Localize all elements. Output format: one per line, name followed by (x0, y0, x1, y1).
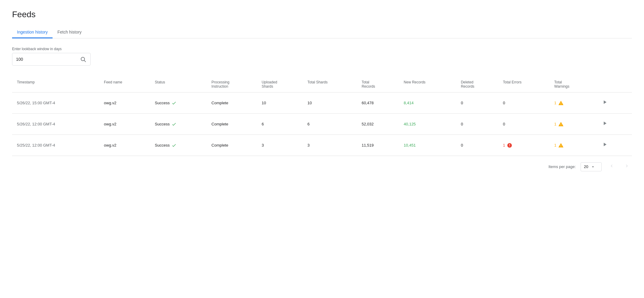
warning-count: 1 (554, 143, 556, 147)
table-row: 5/25/22, 12:00 GMT-4owg.v2SuccessComplet… (12, 135, 632, 156)
cell-uploaded-shards: 10 (257, 92, 303, 114)
tab-bar: Ingestion history Fetch history (12, 27, 632, 38)
tab-fetch-history[interactable]: Fetch history (53, 27, 86, 38)
cell-processing-instruction: Complete (207, 135, 257, 156)
page-title: Feeds (12, 10, 632, 19)
cell-timestamp: 5/26/22, 12:00 GMT-4 (12, 114, 99, 135)
cell-status: Success (150, 92, 207, 114)
next-page-button[interactable] (622, 162, 632, 171)
cell-total-shards: 10 (303, 92, 357, 114)
cell-uploaded-shards: 6 (257, 114, 303, 135)
status-label: Success (155, 101, 170, 105)
cell-total-errors: 0 (498, 114, 549, 135)
search-section: Enter lookback window in days (12, 47, 632, 66)
warning-count: 1 (554, 122, 556, 126)
table-row: 5/26/22, 15:00 GMT-4owg.v2SuccessComplet… (12, 92, 632, 114)
cell-total-warnings: 1 (549, 135, 595, 156)
chevron-left-icon (609, 163, 614, 169)
cell-total-errors: 1 (498, 135, 549, 156)
check-icon (172, 122, 176, 127)
ingestion-table: Timestamp Feed name Status ProcessingIns… (12, 76, 632, 156)
cell-total-records: 52,032 (357, 114, 399, 135)
pagination-row: Items per page: 20 (12, 156, 632, 177)
table-row: 5/26/22, 12:00 GMT-4owg.v2SuccessComplet… (12, 114, 632, 135)
col-feed-name: Feed name (99, 76, 150, 92)
col-total-errors: Total Errors (498, 76, 549, 92)
row-details-button[interactable] (599, 98, 610, 108)
cell-new-records: 10,451 (399, 135, 456, 156)
table-wrapper: Timestamp Feed name Status ProcessingIns… (12, 76, 632, 156)
warning-count: 1 (554, 101, 556, 105)
cell-deleted-records: 0 (456, 135, 498, 156)
col-timestamp: Timestamp (12, 76, 99, 92)
col-processing-instruction: ProcessingInstruction (207, 76, 257, 92)
arrow-right-icon (602, 120, 608, 126)
arrow-right-icon (602, 141, 608, 147)
cell-deleted-records: 0 (456, 114, 498, 135)
error-count: 1 (503, 143, 505, 147)
cell-new-records: 40,125 (399, 114, 456, 135)
warning-icon (558, 100, 564, 106)
cell-feed-name: owg.v2 (99, 135, 150, 156)
items-per-page-label: Items per page: (549, 164, 576, 169)
table-header-row: Timestamp Feed name Status ProcessingIns… (12, 76, 632, 92)
col-uploaded-shards: UploadedShards (257, 76, 303, 92)
cell-total-warnings: 1 (549, 114, 595, 135)
cell-feed-name: owg.v2 (99, 92, 150, 114)
col-deleted-records: DeletedRecords (456, 76, 498, 92)
cell-total-shards: 3 (303, 135, 357, 156)
svg-point-3 (510, 146, 510, 147)
error-icon (507, 143, 512, 148)
cell-total-shards: 6 (303, 114, 357, 135)
cell-new-records: 8,414 (399, 92, 456, 114)
search-label: Enter lookback window in days (12, 47, 632, 51)
cell-timestamp: 5/26/22, 15:00 GMT-4 (12, 92, 99, 114)
cell-total-records: 11,519 (357, 135, 399, 156)
cell-status: Success (150, 114, 207, 135)
prev-page-button[interactable] (607, 162, 617, 171)
search-icon (80, 56, 86, 62)
svg-line-1 (84, 60, 86, 62)
cell-status: Success (150, 135, 207, 156)
status-label: Success (155, 122, 170, 126)
cell-processing-instruction: Complete (207, 114, 257, 135)
tab-ingestion-history[interactable]: Ingestion history (12, 27, 53, 38)
search-button[interactable] (79, 56, 87, 63)
col-new-records: New Records (399, 76, 456, 92)
cell-total-errors: 0 (498, 92, 549, 114)
warning-icon (558, 121, 564, 127)
warning-icon (558, 143, 564, 148)
cell-processing-instruction: Complete (207, 92, 257, 114)
cell-total-records: 60,478 (357, 92, 399, 114)
check-icon (172, 101, 176, 105)
col-total-warnings: TotalWarnings (549, 76, 595, 92)
cell-action (594, 135, 632, 156)
arrow-right-icon (602, 99, 608, 105)
cell-timestamp: 5/25/22, 12:00 GMT-4 (12, 135, 99, 156)
col-status: Status (150, 76, 207, 92)
items-per-page-select[interactable]: 20 (581, 162, 602, 171)
cell-deleted-records: 0 (456, 92, 498, 114)
row-details-button[interactable] (599, 119, 610, 129)
col-action (594, 76, 632, 92)
dropdown-icon (591, 164, 595, 169)
page-container: Feeds Ingestion history Fetch history En… (0, 0, 644, 187)
status-label: Success (155, 143, 170, 147)
cell-action (594, 114, 632, 135)
cell-action (594, 92, 632, 114)
col-total-records: TotalRecords (357, 76, 399, 92)
search-input[interactable] (16, 57, 79, 62)
chevron-right-icon (624, 163, 630, 169)
cell-uploaded-shards: 3 (257, 135, 303, 156)
row-details-button[interactable] (599, 140, 610, 150)
cell-total-warnings: 1 (549, 92, 595, 114)
search-box (12, 53, 91, 66)
cell-feed-name: owg.v2 (99, 114, 150, 135)
items-per-page-value: 20 (584, 164, 588, 169)
col-total-shards: Total Shards (303, 76, 357, 92)
check-icon (172, 143, 176, 148)
